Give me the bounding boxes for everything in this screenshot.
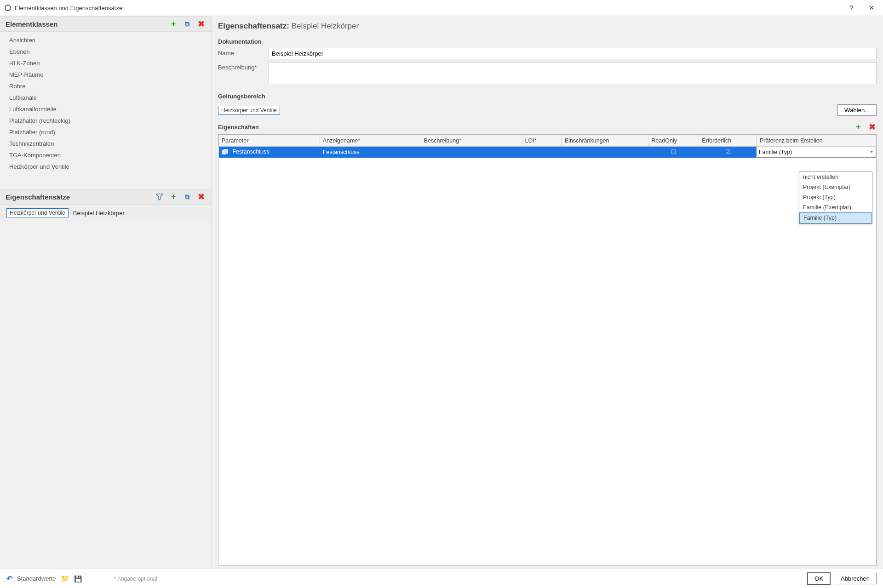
element-class-item[interactable]: Ansichten: [0, 34, 211, 46]
name-label: Name: [218, 48, 269, 57]
heading-value: Beispiel Heizkörper: [292, 22, 359, 30]
titlebar: Elementklassen und Eigenschaftensätze ? …: [0, 0, 883, 16]
properties-label: Eigenschaften: [218, 124, 259, 131]
window-title: Elementklassen und Eigenschaftensätze: [15, 5, 122, 11]
col-preference[interactable]: Präferenz beim Erstellen: [757, 135, 876, 147]
preference-dropdown[interactable]: nicht erstellenProjekt (Exemplar)Projekt…: [799, 171, 872, 224]
dialog-window: Elementklassen und Eigenschaftensätze ? …: [0, 0, 883, 588]
scope-label: Geltungsbereich: [218, 93, 877, 100]
element-class-item[interactable]: Luftkanalformteile: [0, 103, 211, 115]
element-class-item[interactable]: MEP-Räume: [0, 69, 211, 80]
scope-tag: Heizkörper und Ventile: [218, 106, 280, 115]
preference-option[interactable]: Projekt (Typ): [799, 192, 872, 202]
property-set-scope-tag: Heizkörper und Ventile: [6, 208, 69, 217]
property-row[interactable]: Festanschluss Festanschluss ☐ ☑ Familie …: [219, 147, 876, 158]
copy-set-button[interactable]: ⧉: [183, 192, 192, 201]
optional-hint: * Angabe optional: [114, 576, 157, 582]
name-input[interactable]: [269, 48, 877, 59]
add-property-button[interactable]: +: [854, 122, 863, 131]
properties-grid: Parameter Anzeigename* Beschreibung* LOI…: [218, 134, 877, 566]
right-pane: Eigenschaftensatz: Beispiel Heizkörper D…: [212, 16, 883, 569]
property-sets-title: Eigenschaftensätze: [6, 193, 70, 201]
col-required[interactable]: Erforderlich: [699, 135, 757, 147]
element-class-item[interactable]: Ebenen: [0, 46, 211, 57]
delete-property-button[interactable]: ✖: [867, 122, 877, 131]
add-set-button[interactable]: +: [169, 192, 178, 201]
add-class-button[interactable]: +: [169, 19, 178, 29]
documentation-label: Dokumentation: [218, 38, 877, 45]
left-pane: Elementklassen + ⧉ ✖ AnsichtenEbenenHLK-…: [0, 16, 212, 569]
open-folder-icon[interactable]: 📁: [61, 575, 69, 583]
cell-loi[interactable]: [522, 147, 562, 158]
col-loi[interactable]: LOI*: [522, 135, 562, 147]
element-class-item[interactable]: Platzhalter (rund): [0, 126, 211, 138]
property-set-item[interactable]: Heizkörper und Ventile Beispiel Heizkörp…: [0, 205, 211, 221]
delete-class-button[interactable]: ✖: [196, 19, 206, 29]
element-class-item[interactable]: Technikzentralen: [0, 138, 211, 149]
element-classes-list: AnsichtenEbenenHLK-ZonenMEP-RäumeRohreLu…: [0, 32, 211, 175]
property-sets-header: Eigenschaftensätze + ⧉ ✖: [0, 189, 211, 205]
svg-rect-1: [224, 149, 228, 154]
undo-icon[interactable]: ↶: [6, 574, 12, 583]
col-parameter[interactable]: Parameter: [219, 135, 320, 147]
element-class-item[interactable]: Heizkörper und Ventile: [0, 161, 211, 172]
preference-option[interactable]: Projekt (Exemplar): [799, 182, 872, 192]
cell-parameter[interactable]: Festanschluss: [219, 147, 320, 158]
property-set-name: Beispiel Heizkörper: [73, 210, 125, 217]
copy-class-button[interactable]: ⧉: [183, 19, 192, 29]
preference-option[interactable]: Familie (Exemplar): [799, 202, 872, 212]
help-button[interactable]: ?: [846, 2, 857, 14]
cell-readonly[interactable]: ☐: [648, 147, 699, 158]
cancel-button[interactable]: Abbrechen: [834, 573, 877, 584]
save-icon[interactable]: 💾: [74, 575, 82, 582]
cell-required[interactable]: ☑: [699, 147, 757, 158]
description-input[interactable]: [269, 62, 877, 84]
element-class-item[interactable]: TGA-Komponenten: [0, 149, 211, 161]
preference-option[interactable]: Familie (Typ): [799, 212, 872, 223]
preference-option[interactable]: nicht erstellen: [799, 172, 872, 182]
filter-sets-button[interactable]: [155, 192, 164, 201]
col-restrictions[interactable]: Einschränkungen: [562, 135, 648, 147]
cell-displayname[interactable]: Festanschluss: [320, 147, 421, 158]
element-class-item[interactable]: Luftkanäle: [0, 92, 211, 103]
heading-prefix: Eigenschaftensatz:: [218, 22, 289, 30]
ok-button[interactable]: OK: [808, 573, 830, 584]
close-button[interactable]: ✕: [865, 2, 878, 14]
description-label: Beschreibung*: [218, 62, 269, 71]
col-readonly[interactable]: ReadOnly: [648, 135, 699, 147]
element-classes-header: Elementklassen + ⧉ ✖: [0, 16, 211, 32]
defaults-link[interactable]: Standardwerte: [17, 575, 56, 582]
detail-heading: Eigenschaftensatz: Beispiel Heizkörper: [218, 22, 877, 31]
cell-preference[interactable]: Familie (Typ): [757, 147, 876, 158]
element-class-item[interactable]: Platzhalter (rechteckig): [0, 115, 211, 126]
col-displayname[interactable]: Anzeigename*: [320, 135, 421, 147]
footer: ↶ Standardwerte 📁 💾 * Angabe optional OK…: [0, 569, 883, 588]
shared-param-icon: [222, 149, 228, 155]
cell-description[interactable]: [421, 147, 522, 158]
choose-scope-button[interactable]: Wählen...: [837, 104, 877, 116]
element-class-item[interactable]: Rohre: [0, 80, 211, 92]
element-class-item[interactable]: HLK-Zonen: [0, 57, 211, 69]
col-description[interactable]: Beschreibung*: [421, 135, 522, 147]
element-classes-title: Elementklassen: [6, 20, 57, 28]
delete-set-button[interactable]: ✖: [196, 192, 206, 201]
app-icon: [5, 5, 11, 11]
cell-restrictions[interactable]: [562, 147, 648, 158]
